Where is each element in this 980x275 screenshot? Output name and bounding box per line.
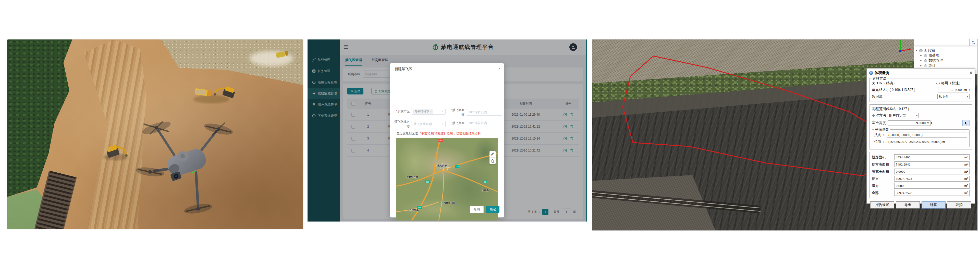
close-icon[interactable]: × [498, 66, 501, 71]
search-input[interactable] [914, 39, 969, 46]
spinner-icon[interactable]: ▴▾ [969, 89, 969, 91]
tree-collapse-icon[interactable]: ▸ [920, 63, 923, 68]
map-city-label: 呼和浩特 [437, 164, 447, 168]
export-button[interactable]: 导出 [896, 201, 920, 209]
toolbox-icon [919, 49, 923, 52]
cancel-button[interactable]: 取消 [947, 201, 971, 209]
base-method-label: 基准方法 [872, 113, 886, 118]
result-field: 30974.7578m³ [894, 176, 969, 182]
city-label: 所属市区 [397, 109, 410, 113]
divider [390, 74, 504, 74]
close-icon[interactable]: × [970, 71, 972, 75]
result-row: 挖方表面积 5492.2942m² [872, 161, 969, 167]
tree-item-statistics[interactable]: ▸ 统计 [920, 63, 977, 68]
railway-track [592, 193, 760, 211]
draw-pencil-icon[interactable] [491, 152, 494, 156]
volume-measurement-dialog: 体积量测 × 选择方法 TIN（精确） 格网（快速） 单元格大小( 0.100,… [866, 68, 975, 204]
reason-field-row: 禁飞原因 20个字符以内 [449, 120, 502, 126]
tree-item-toolbox[interactable]: ▾ 工具箱 [915, 47, 977, 53]
result-field: 4334.4403m² [894, 154, 969, 160]
report-settings-button[interactable]: 报告设置 [870, 201, 894, 209]
cancel-button[interactable]: 取消 [470, 206, 484, 213]
base-method-value: 用户自定义 [889, 113, 906, 118]
cell-size-input[interactable]: 0.100000 m [938, 87, 968, 92]
map-town-label: 托克托县 [410, 209, 419, 212]
area-label: 自定义规划区域 [396, 131, 418, 136]
radio-grid[interactable]: 格网（快速） [936, 81, 963, 85]
pick-point-button[interactable] [963, 120, 969, 126]
datasource-value: 从文件 [939, 95, 949, 99]
elevation-range-label: 高程范围(9.646, 10.127 ) [872, 107, 909, 111]
route-field-row: 禁飞路线名称 禁飞路线名称 ▾ [391, 120, 445, 128]
datasource-label: 数据源 [872, 95, 883, 99]
toolbox-icon [924, 59, 927, 62]
dialog-titlebar: 体积量测 × [869, 70, 972, 76]
normal-input[interactable]: (0.0000, 0.0000, 1.0000) [887, 132, 967, 138]
map-town-label: 土默特左旗 [407, 175, 418, 179]
city-tag-label: 呼和浩特市 [415, 109, 429, 113]
search-button[interactable] [969, 39, 977, 46]
zone-name-input[interactable]: 10个字符以内 [466, 109, 502, 115]
radio-grid-label: 格网（快速） [941, 81, 963, 85]
route-select[interactable]: 禁飞路线名称 ▾ [411, 121, 445, 127]
map-town-label: 凉城县 [482, 189, 489, 192]
calculate-button[interactable]: 计算 [921, 201, 945, 209]
cursor-arrow-icon [964, 122, 967, 125]
radio-tin[interactable]: TIN（精确） [872, 81, 897, 85]
toolbox-icon [924, 54, 927, 57]
confirm-button[interactable]: 确定 [486, 206, 500, 213]
road-badge: S31 [425, 180, 430, 183]
radio-tin-label: TIN（精确） [877, 81, 897, 85]
spinner-icon[interactable]: ▴▾ [931, 122, 932, 124]
base-height-input[interactable]: 9.0000 m [888, 120, 931, 126]
cell-size-label: 单元格大小( 0.100, 113.597 ) [872, 88, 915, 92]
reason-input[interactable]: 20个字符以内 [466, 120, 502, 126]
result-row: 挖方 30974.7578m³ [872, 176, 969, 182]
composite-screenshot: 蒙电通航线管理平台 ▾ 航线管理 任务管理 巡检任务直播 [0, 0, 980, 275]
route-management-webapp: 蒙电通航线管理平台 ▾ 航线管理 任务管理 巡检任务直播 [307, 40, 587, 221]
position-label: 位置： [874, 139, 886, 144]
drone [135, 119, 234, 215]
required-mark: * [396, 109, 397, 113]
city-select[interactable]: 呼和浩特市 × ▾ [411, 108, 445, 115]
road-badge-red: G59 [438, 139, 443, 142]
datasource-select[interactable]: 从文件 ▾ [937, 94, 969, 99]
normal-label: 法向： [874, 133, 886, 137]
tree-item-label: 工具箱 [924, 47, 935, 53]
zone-name-field-row: *禁飞区名称 10个字符以内 [449, 108, 502, 117]
reason-placeholder: 20个字符以内 [468, 121, 487, 125]
result-row: 投影面积 4334.4403m² [872, 154, 969, 160]
modal-footer: 取消 确定 [470, 206, 500, 213]
search-icon [972, 41, 975, 44]
tree-item-preprocess[interactable]: ▸ 预处理 [920, 53, 977, 58]
plane-legend: 平面参数 [874, 127, 890, 132]
method-legend: 选择方法 [872, 76, 887, 81]
road-badge: G6 [455, 165, 460, 168]
zone-name-placeholder: 10个字符以内 [468, 110, 487, 115]
modal-title: 新建禁飞区 [395, 67, 412, 71]
radio-dot-icon [936, 82, 940, 85]
city-field-row: *所属市区 呼和浩特市 × ▾ [395, 108, 445, 115]
tag-close-icon[interactable]: × [430, 110, 431, 113]
results-groupbox: 投影面积 4334.4403m² 挖方表面积 5492.2942m² 填充表面积… [869, 152, 972, 198]
required-mark: * [450, 108, 452, 112]
radio-dot-icon [872, 82, 875, 85]
tree-expand-icon[interactable]: ▾ [915, 47, 918, 53]
drone-aerial-photo [7, 40, 303, 229]
axis-gizmo-icon [899, 40, 911, 52]
chevron-down-icon: ▾ [916, 114, 918, 117]
chevron-down-icon: ▾ [442, 123, 443, 125]
erase-trash-icon[interactable] [491, 159, 494, 163]
toolbox-icon [924, 64, 927, 67]
draw-area-row: 自定义规划区域 *单击‘绘制’按钮进行绘制，双击地图结束绘制 [396, 131, 480, 136]
base-method-select[interactable]: 用户自定义 ▾ [888, 113, 919, 118]
tree-item-data-mgmt[interactable]: ▸ 数据管理 [920, 58, 977, 63]
tree-item-label: 预处理 [928, 53, 940, 58]
tree-collapse-icon[interactable]: ▸ [920, 53, 923, 58]
toolbox-search [914, 39, 977, 46]
tree-collapse-icon[interactable]: ▸ [920, 58, 923, 63]
route-label: 禁飞路线名称 [391, 120, 410, 128]
position-input[interactable]: (764986.2077, 3580237.0559, 9.0000) m [887, 139, 967, 144]
dialog-buttons: 报告设置 导出 计算 取消 [869, 201, 972, 209]
zone-name-label: 禁飞区名称 [452, 108, 465, 116]
